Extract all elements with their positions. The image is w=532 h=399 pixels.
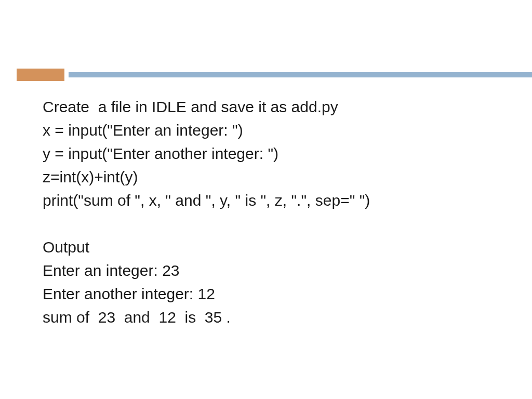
header-bar — [0, 70, 532, 79]
slide-body: Create a file in IDLE and save it as add… — [0, 79, 532, 329]
code-line: print("sum of ", x, " and ", y, " is ", … — [43, 189, 532, 212]
code-line: x = input("Enter an integer: ") — [43, 118, 532, 142]
output-line: Enter another integer: 12 — [43, 282, 532, 305]
instruction-line: Create a file in IDLE and save it as add… — [43, 95, 532, 118]
code-line: y = input("Enter another integer: ") — [43, 142, 532, 165]
output-line: Enter an integer: 23 — [43, 259, 532, 282]
code-line: z=int(x)+int(y) — [43, 165, 532, 189]
accent-bar-blue — [69, 72, 532, 77]
accent-block-orange — [17, 69, 64, 81]
output-heading: Output — [43, 235, 532, 259]
blank-line — [43, 212, 532, 235]
output-line: sum of 23 and 12 is 35 . — [43, 305, 532, 329]
